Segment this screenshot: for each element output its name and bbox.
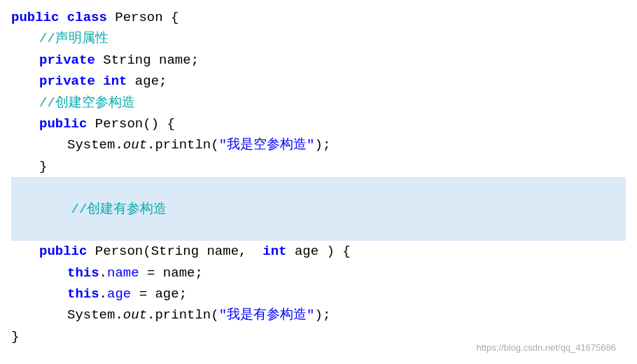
code-line-2: //声明属性 [11,28,626,49]
kw-public-2: public [39,113,87,134]
kw-public-1: public [11,7,59,28]
code-line-8: } [11,156,626,177]
string-2: "我是有参构造" [219,304,315,326]
comment-1: //声明属性 [39,28,108,49]
kw-this-2: this [67,284,99,304]
code-line-3: private String name; [11,50,626,71]
kw-private-1: private [39,50,95,71]
kw-int-1: int [103,71,127,92]
kw-class: class [67,7,107,28]
code-line-1: public class Person { [11,7,626,28]
field-age: age [107,284,131,304]
string-1: "我是空参构造" [219,134,315,155]
code-line-12: this.age = age; [11,284,626,304]
code-line-13: System.out.println("我是有参构造"); [11,304,626,326]
kw-this-1: this [67,262,99,284]
comment-2: //创建空参构造 [39,92,135,113]
code-line-9: //创建有参构造 [11,177,626,241]
code-line-7: System.out.println("我是空参构造"); [11,134,626,155]
kw-public-3: public [39,241,87,262]
kw-private-2: private [39,71,95,92]
method-out-2: out [123,304,147,326]
comment-3: //创建有参构造 [71,202,167,217]
code-container: public class Person { //声明属性 private Str… [0,0,637,364]
code-line-4: private int age; [11,71,626,92]
kw-int-2: int [262,241,286,262]
code-line-6: public Person() { [11,113,626,134]
method-out-1: out [123,134,147,155]
watermark: https://blog.csdn.net/qq_41675686 [477,341,617,356]
field-name: name [107,262,139,284]
code-line-5: //创建空参构造 [11,92,626,113]
code-line-10: public Person(String name, int age ) { [11,241,626,262]
code-line-11: this.name = name; [11,262,626,284]
